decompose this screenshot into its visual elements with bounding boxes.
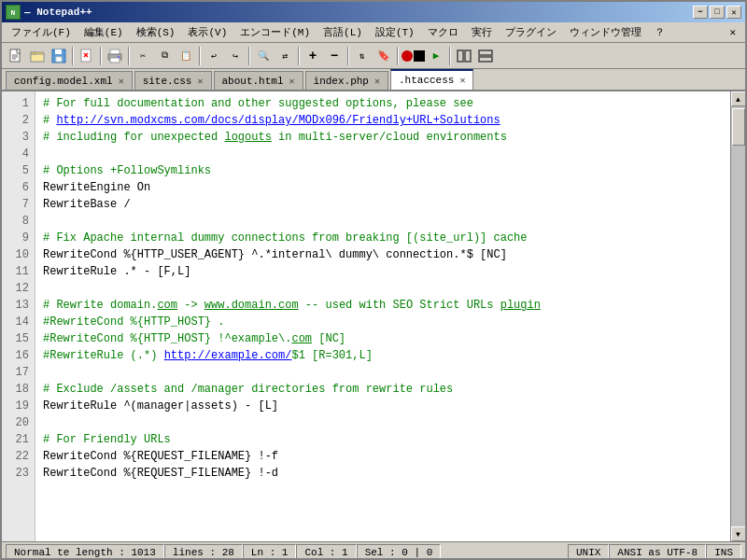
line-num-13: 13 [2, 297, 35, 314]
line-num-12: 12 [2, 280, 35, 297]
code-line-15: #RewriteCond %{HTTP_HOST} !^example\.com… [43, 330, 723, 347]
line-num-10: 10 [2, 246, 35, 263]
menu-bar: ファイル(F) 編集(E) 検索(S) 表示(V) エンコード(M) 言語(L)… [2, 22, 745, 43]
svg-rect-5 [31, 54, 44, 62]
menu-view[interactable]: 表示(V) [182, 23, 233, 41]
code-line-3: # including for unexpected logouts in mu… [43, 129, 723, 146]
tab-bar: config.model.xml ✕ site.css ✕ about.html… [2, 69, 745, 91]
tab-htaccess[interactable]: .htaccess ✕ [390, 69, 473, 90]
close-window-button[interactable]: ✕ [726, 6, 741, 19]
svg-rect-8 [55, 49, 62, 54]
scroll-down-button[interactable]: ▼ [731, 526, 746, 541]
tab-close-config[interactable]: ✕ [119, 76, 124, 87]
menu-window[interactable]: ウィンドウ管理 [564, 23, 647, 41]
line-num-7: 7 [2, 196, 35, 213]
tab-label: site.css [143, 76, 192, 87]
svg-rect-9 [56, 57, 62, 62]
menu-settings[interactable]: 設定(T) [370, 23, 420, 41]
line-num-17: 17 [2, 364, 35, 381]
svg-point-16 [118, 56, 120, 58]
tab-close-htaccess[interactable]: ✕ [459, 75, 465, 86]
redo-button[interactable]: ↪ [225, 46, 246, 66]
status-ins: INS [706, 544, 741, 561]
toolbar-sep-6 [298, 47, 300, 65]
menu-search[interactable]: 検索(S) [131, 23, 181, 41]
toolbar-sep-7 [347, 47, 349, 65]
menu-macro[interactable]: マクロ [422, 23, 464, 41]
menu-run[interactable]: 実行 [466, 23, 498, 41]
line-num-23: 23 [2, 465, 35, 482]
new-button[interactable] [6, 46, 26, 66]
macro-play-button[interactable]: ▶ [426, 46, 446, 66]
menu-close-x[interactable]: ✕ [724, 24, 741, 40]
paste-button[interactable]: 📋 [176, 46, 196, 66]
line-num-14: 14 [2, 314, 35, 330]
status-ln: Ln : 1 [243, 544, 297, 561]
menu-help[interactable]: ？ [649, 23, 670, 41]
bookmark-button[interactable]: 🔖 [374, 46, 394, 66]
tab-about-html[interactable]: about.html ✕ [214, 71, 303, 90]
tab-config-model-xml[interactable]: config.model.xml ✕ [6, 71, 133, 90]
replace-button[interactable]: ⇄ [275, 46, 295, 66]
macro-record-button[interactable] [402, 50, 413, 62]
find-button[interactable]: 🔍 [253, 46, 274, 66]
save-button[interactable] [49, 46, 69, 66]
tab-label: index.php [314, 76, 369, 87]
line-num-18: 18 [2, 381, 35, 398]
menu-language[interactable]: 言語(L) [317, 23, 368, 41]
tab-close-index[interactable]: ✕ [374, 76, 380, 87]
vertical-scrollbar[interactable]: ▲ ▼ [730, 91, 745, 541]
maximize-button[interactable]: □ [710, 6, 725, 19]
app-icon: N [6, 5, 21, 20]
undo-button[interactable]: ↩ [204, 46, 224, 66]
title-bar-controls[interactable]: − □ ✕ [693, 6, 741, 19]
sync-button[interactable]: ⇅ [352, 46, 373, 66]
code-line-1: # For full documentation and other sugge… [43, 95, 723, 112]
svg-rect-15 [110, 58, 120, 63]
tab-site-css[interactable]: site.css ✕ [134, 71, 212, 90]
tab-label: about.html [222, 76, 284, 87]
code-line-18: # Exclude /assets and /manager directori… [43, 381, 723, 398]
scroll-up-button[interactable]: ▲ [731, 91, 746, 106]
scrollbar-thumb[interactable] [732, 108, 745, 146]
svg-rect-17 [458, 50, 463, 62]
tab-close-site-css[interactable]: ✕ [197, 76, 203, 87]
menu-file[interactable]: ファイル(F) [6, 23, 77, 41]
print-button[interactable] [105, 46, 125, 66]
tab-index-php[interactable]: index.php ✕ [305, 71, 388, 90]
toolbar-sep-5 [248, 47, 250, 65]
url-link-2[interactable]: http://svn.modxcms.com/docs/display/MODx… [56, 114, 500, 127]
status-sel: Sel : 0 | 0 [357, 544, 442, 561]
status-lines: lines : 28 [164, 544, 243, 561]
line-num-4: 4 [2, 146, 35, 162]
copy-button[interactable]: ⧉ [154, 46, 175, 66]
close-file-button[interactable] [77, 46, 97, 66]
menu-plugins[interactable]: プラグイン [500, 23, 562, 41]
split-h-button[interactable] [475, 46, 496, 66]
zoom-in-button[interactable]: + [303, 46, 323, 66]
line-num-22: 22 [2, 448, 35, 465]
zoom-out-button[interactable]: − [324, 46, 345, 66]
code-line-7: RewriteBase / [43, 196, 723, 213]
menu-edit[interactable]: 編集(E) [78, 23, 129, 41]
menu-encode[interactable]: エンコード(M) [234, 23, 316, 41]
macro-stop-button[interactable] [414, 50, 425, 62]
tab-close-about[interactable]: ✕ [289, 76, 295, 87]
svg-rect-6 [31, 52, 35, 54]
code-editor[interactable]: # For full documentation and other sugge… [35, 91, 730, 541]
minimize-button[interactable]: − [693, 6, 708, 19]
code-line-5: # Options +FollowSymlinks [43, 162, 723, 179]
svg-rect-20 [479, 57, 492, 62]
com-15: com [291, 332, 312, 345]
open-button[interactable] [27, 46, 48, 66]
com-13a: com [157, 299, 177, 312]
logouts-text: logouts [224, 131, 271, 144]
cut-button[interactable]: ✂ [133, 46, 153, 66]
scrollbar-track[interactable] [731, 106, 745, 526]
toolbar-sep-9 [449, 47, 451, 65]
url-link-16[interactable]: http://example.com/ [164, 349, 292, 362]
line-num-16: 16 [2, 347, 35, 364]
toolbar: ✂ ⧉ 📋 ↩ ↪ 🔍 ⇄ + − ⇅ 🔖 ▶ [2, 43, 745, 69]
split-v-button[interactable] [454, 46, 474, 66]
line-num-11: 11 [2, 263, 35, 280]
